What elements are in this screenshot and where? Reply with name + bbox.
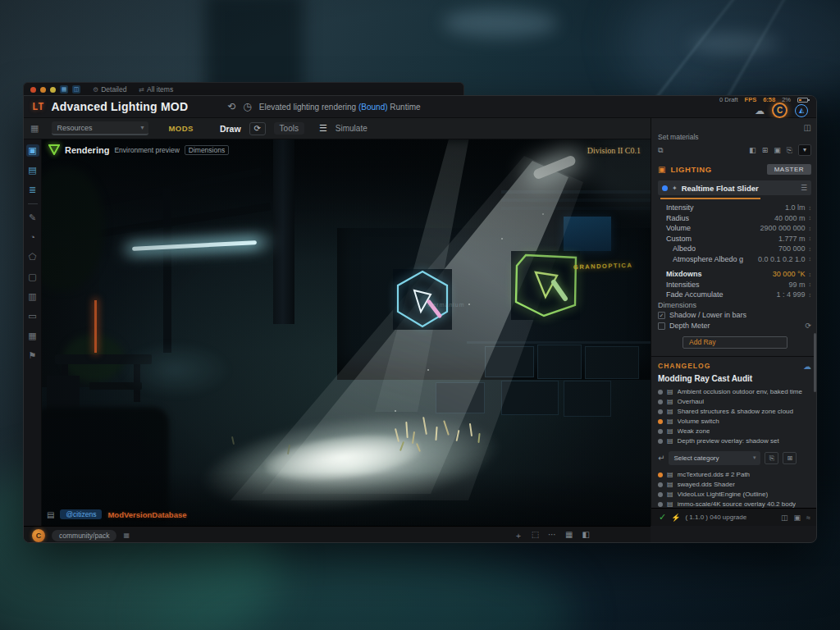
window-dot-orange[interactable] bbox=[40, 87, 46, 93]
sidebar-item-brush[interactable]: ✎ bbox=[26, 212, 39, 224]
property-row[interactable]: Custom 1.777 m ↕ bbox=[658, 234, 811, 244]
property-row[interactable]: Radius 40 000 m ↕ bbox=[658, 213, 811, 224]
rotate-button[interactable]: ⟳ bbox=[249, 122, 266, 135]
sidebar-item-panel[interactable]: ▭ bbox=[26, 310, 39, 322]
stepper-icon[interactable]: ↕ bbox=[809, 256, 812, 262]
layers-icon[interactable]: ⧉ bbox=[658, 146, 663, 155]
cloud-sync-icon[interactable]: ☁ bbox=[803, 362, 811, 371]
tab-simulate[interactable]: Simulate bbox=[336, 124, 368, 133]
expand-button[interactable]: ⊞ bbox=[783, 452, 797, 464]
sidebar-item-box[interactable]: ▢ bbox=[26, 271, 39, 283]
window-dot-red[interactable] bbox=[30, 87, 36, 93]
user-avatar[interactable]: C bbox=[32, 529, 45, 542]
tab-tools[interactable]: Tools bbox=[274, 122, 304, 135]
property-row[interactable]: Fade Accumulate 1 : 4 999 ↕ bbox=[658, 290, 811, 300]
more-icon[interactable]: ⋯ bbox=[548, 530, 556, 541]
view-controls: ＋ ⬚ ⋯ ▦ ◧ bbox=[514, 530, 642, 541]
file-item[interactable]: ▤ VideoLux LightEngine (Outline) bbox=[658, 490, 811, 500]
sidebar-item-shield[interactable]: ⬠ bbox=[26, 251, 39, 263]
stepper-icon[interactable]: ↕ bbox=[809, 281, 812, 287]
category-select[interactable]: Select category ▾ bbox=[669, 451, 760, 465]
sidebar-item-image[interactable]: ▤ bbox=[26, 164, 39, 176]
window-dot-yellow[interactable] bbox=[50, 87, 56, 93]
property-row[interactable]: Mixdowns 30 000 °K ↕ bbox=[658, 269, 811, 280]
grid-icon[interactable]: ▦ bbox=[30, 123, 39, 134]
grid-icon[interactable]: ▦ bbox=[565, 530, 573, 541]
sidebar-item-cards[interactable]: ▥ bbox=[26, 290, 39, 303]
stepper-icon[interactable]: ↕ bbox=[809, 246, 812, 252]
add-icon[interactable]: ＋ bbox=[514, 530, 523, 541]
changelog-item[interactable]: ▤ Shared structures & shadow zone cloud bbox=[658, 407, 811, 417]
citizens-tag[interactable]: @citizens bbox=[60, 509, 102, 519]
selected-node-row[interactable]: ✦ Realtime Float Slider ☰ bbox=[658, 180, 811, 195]
copy-button[interactable]: ⎘ bbox=[765, 452, 778, 464]
changelog-item[interactable]: ▤ Ambient occlusion outdoor env, baked t… bbox=[658, 387, 811, 397]
clock-icon[interactable]: ◷ bbox=[243, 101, 251, 112]
triangle-badge-icon[interactable]: ◭ bbox=[795, 104, 808, 117]
refresh-icon[interactable]: ⟳ bbox=[805, 322, 811, 330]
scrollbar[interactable] bbox=[814, 333, 816, 392]
lighting-section-header[interactable]: ▣ LIGHTING MASTER bbox=[658, 161, 811, 177]
stepper-icon[interactable]: ↕ bbox=[809, 215, 812, 221]
checkbox-icon[interactable] bbox=[658, 322, 665, 330]
changelog-item[interactable]: ▤ Weak zone bbox=[658, 427, 811, 436]
expand-icon[interactable]: ⊞ bbox=[762, 146, 769, 154]
file-item[interactable]: ▤ swayed.dds Shader bbox=[658, 480, 811, 490]
viewport-brand: Rendering Environment preview Dimensions bbox=[48, 144, 229, 155]
window-icon[interactable]: ▣ bbox=[794, 514, 801, 522]
sidebar-item-grid[interactable]: ▦ bbox=[26, 330, 39, 342]
property-row[interactable]: Albedo 700 000 ↕ bbox=[658, 244, 811, 254]
checkbox-row-shadow[interactable]: ✓ Shadow / Lower in bars bbox=[658, 310, 811, 321]
property-row[interactable]: Atmosphere Albedo g 0.0 0.1 0.2 1.0 ↕ bbox=[658, 254, 811, 265]
changelog-item[interactable]: ▤ Volume switch bbox=[658, 417, 811, 427]
mod-database-link[interactable]: ModVersionDatabase bbox=[107, 510, 186, 519]
stepper-icon[interactable]: ↕ bbox=[809, 272, 812, 277]
stepper-icon[interactable]: ↕ bbox=[809, 235, 812, 241]
master-button[interactable]: MASTER bbox=[767, 164, 811, 175]
panel-icon[interactable]: ◧ bbox=[749, 146, 756, 154]
subtitle-highlight: (Bound) bbox=[358, 103, 388, 112]
file-item[interactable]: ▤ mcTextured.dds # 2 Path bbox=[658, 470, 811, 480]
strip-tab-all-items[interactable]: ⇄ All items bbox=[139, 85, 173, 94]
sidebar-item-flag[interactable]: ⚑ bbox=[26, 349, 39, 362]
menu-icon[interactable]: ☰ bbox=[801, 184, 807, 192]
mods-label[interactable]: MODS bbox=[168, 124, 194, 133]
filter-icon[interactable]: ☰ bbox=[319, 123, 327, 134]
category-select-row: ↵ Select category ▾ ⎘ ⊞ bbox=[658, 451, 811, 465]
community-pill[interactable]: community/pack bbox=[52, 530, 116, 541]
grid-mini-icon[interactable]: ▦ bbox=[123, 532, 130, 539]
changelog-item[interactable]: ▤ Overhaul bbox=[658, 397, 811, 407]
brand-badge-icon[interactable]: C bbox=[772, 103, 788, 118]
collapse-button[interactable]: ▾ bbox=[798, 144, 811, 156]
sidebar-item-scene[interactable]: ▣ bbox=[26, 144, 39, 157]
resources-dropdown[interactable]: Resources ▾ bbox=[52, 121, 148, 135]
split-icon[interactable]: ◧ bbox=[582, 530, 590, 541]
property-row[interactable]: Intensity 1.0 lm ↕ bbox=[658, 203, 811, 213]
brand-tag[interactable]: Dimensions bbox=[185, 145, 229, 155]
tab-draw[interactable]: Draw bbox=[220, 124, 241, 134]
cloud-icon[interactable]: ☁ bbox=[755, 105, 765, 116]
viewport-canvas[interactable]: Germanium GRANDOPTICA bbox=[42, 139, 651, 526]
sidebar-item-globe[interactable]: ◔ bbox=[26, 231, 39, 244]
frame-icon[interactable]: ⬚ bbox=[532, 530, 539, 541]
layout-icon[interactable]: ◫ bbox=[781, 514, 788, 522]
mini-app-icon[interactable]: ◫ bbox=[72, 85, 80, 94]
property-row[interactable]: Intensities 99 m ↕ bbox=[658, 280, 811, 290]
history-icon[interactable]: ⟲ bbox=[227, 101, 235, 112]
checkbox-row-depth[interactable]: Depth Meter ⟳ bbox=[658, 321, 811, 331]
copy-icon[interactable]: ⎘ bbox=[787, 146, 792, 155]
stepper-icon[interactable]: ↕ bbox=[809, 292, 812, 298]
checkbox-icon[interactable]: ✓ bbox=[658, 312, 665, 319]
window-icon[interactable]: ▣ bbox=[774, 146, 781, 154]
add-ray-button[interactable]: Add Ray bbox=[682, 336, 788, 349]
sidebar-item-list[interactable]: ≣ bbox=[26, 184, 39, 196]
property-row[interactable]: Volume 2900 000 000 ↕ bbox=[658, 223, 811, 234]
app-window: LT Advanced Lighting MOD ⟲ ◷ Elevated li… bbox=[23, 95, 817, 543]
changelog-item[interactable]: ▤ Depth preview overlay: shadow set bbox=[658, 436, 811, 446]
mini-app-icon[interactable]: ▦ bbox=[60, 85, 68, 94]
stepper-icon[interactable]: ↕ bbox=[809, 226, 812, 231]
columns-icon[interactable]: ◫ bbox=[804, 123, 811, 132]
signal-icon[interactable]: ≈ bbox=[806, 514, 810, 522]
stepper-icon[interactable]: ↕ bbox=[809, 205, 812, 211]
strip-tab-detailed[interactable]: ⚙ Detailed bbox=[93, 85, 126, 94]
